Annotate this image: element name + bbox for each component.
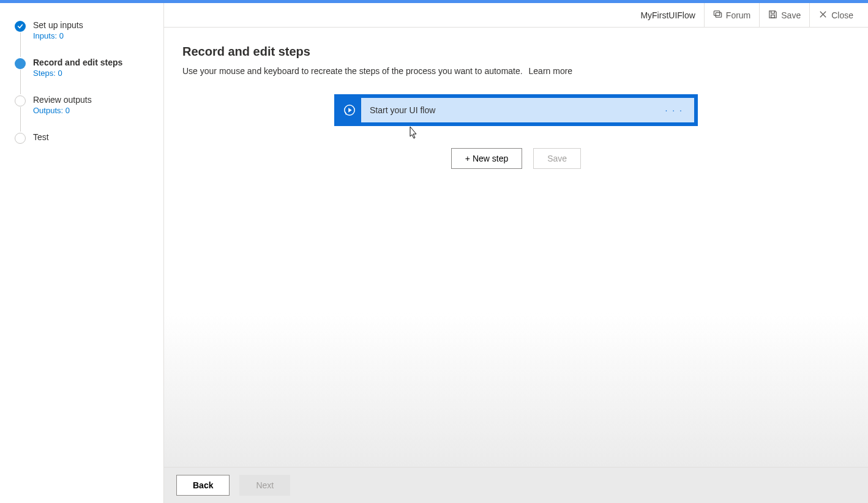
page-description: Use your mouse and keyboard to recreate … (182, 66, 850, 76)
page-title: Record and edit steps (182, 45, 850, 59)
step-connector (20, 70, 21, 94)
pending-step-icon (15, 95, 26, 106)
close-label: Close (831, 10, 853, 20)
app-frame: Set up inputs Inputs: 0 Record and edit … (0, 3, 868, 503)
page-header: MyFirstUIFlow Forum Save Close (164, 3, 868, 28)
page-desc-text: Use your mouse and keyboard to recreate … (182, 66, 523, 76)
step-title: Test (33, 132, 163, 142)
save-flow-button: Save (533, 148, 581, 169)
save-label: Save (781, 10, 801, 20)
svg-rect-2 (771, 15, 775, 18)
step-title: Set up inputs (33, 20, 163, 30)
header-save-button[interactable]: Save (759, 3, 809, 28)
forum-label: Forum (726, 10, 750, 20)
pending-step-icon (15, 133, 26, 144)
step-sub[interactable]: Inputs: 0 (33, 31, 163, 40)
close-icon (818, 10, 828, 21)
step-record-edit[interactable]: Record and edit steps Steps: 0 (15, 58, 163, 78)
wizard-sidebar: Set up inputs Inputs: 0 Record and edit … (0, 3, 164, 503)
more-icon[interactable]: · · · (665, 105, 683, 115)
step-setup-inputs[interactable]: Set up inputs Inputs: 0 (15, 20, 163, 40)
back-button[interactable]: Back (176, 475, 230, 496)
main-panel: MyFirstUIFlow Forum Save Close (164, 3, 868, 503)
wizard-footer: Back Next (164, 467, 868, 503)
step-connector (20, 107, 21, 132)
check-icon (15, 21, 26, 32)
step-title: Review outputs (33, 95, 163, 105)
flow-name: MyFirstUIFlow (632, 10, 703, 20)
save-icon (768, 10, 777, 21)
step-sub[interactable]: Steps: 0 (33, 69, 163, 78)
content-area: Record and edit steps Use your mouse and… (164, 28, 868, 467)
flow-step-label: Start your UI flow (361, 98, 694, 122)
flow-canvas: Start your UI flow · · · + New step Save (182, 94, 850, 467)
step-connector (20, 32, 21, 57)
flow-step-card[interactable]: Start your UI flow · · · (334, 94, 698, 126)
step-review-outputs[interactable]: Review outputs Outputs: 0 (15, 95, 163, 115)
active-step-icon (15, 58, 26, 69)
step-test[interactable]: Test (15, 132, 163, 142)
step-sub[interactable]: Outputs: 0 (33, 106, 163, 115)
forum-icon (713, 10, 722, 21)
step-title: Record and edit steps (33, 58, 163, 67)
forum-button[interactable]: Forum (704, 3, 759, 28)
next-button: Next (239, 475, 290, 496)
new-step-button[interactable]: + New step (451, 148, 522, 169)
play-icon (338, 98, 361, 122)
svg-rect-1 (716, 12, 721, 17)
learn-more-link[interactable]: Learn more (529, 66, 573, 76)
close-button[interactable]: Close (809, 3, 862, 28)
svg-rect-0 (714, 10, 719, 15)
flow-action-row: + New step Save (451, 148, 581, 169)
